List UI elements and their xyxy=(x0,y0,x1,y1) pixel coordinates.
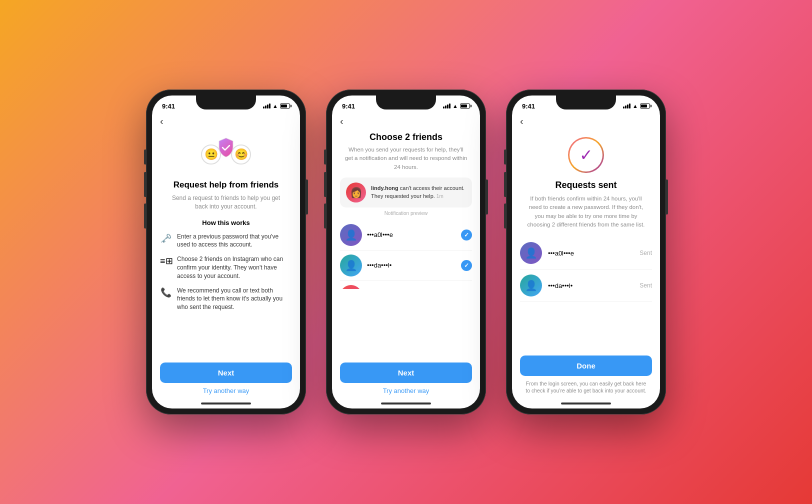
notification-preview-card: 👩 lindy.hong can't access their account.… xyxy=(340,178,472,208)
home-bar-2 xyxy=(381,402,431,404)
battery-icon xyxy=(280,104,290,108)
next-button-2[interactable]: Next xyxy=(340,362,472,383)
back-chevron-icon[interactable]: ‹ xyxy=(160,116,164,126)
screen2-title: Choose 2 friends xyxy=(340,132,472,142)
signal-icon-3 xyxy=(623,104,630,108)
wifi-icon-2: ▲ xyxy=(452,103,458,109)
sent-item-1: 👤 •••a0l•••e Sent xyxy=(520,237,652,270)
friend-item-3[interactable]: 👤 •••als• xyxy=(340,281,472,290)
phone-3-screen: 9:41 ▲ ‹ ✓ xyxy=(512,96,660,408)
notification-preview-label: Notification preview xyxy=(340,210,472,216)
phone-2: 9:41 ▲ ‹ Choose 2 friends When you send … xyxy=(326,90,486,414)
sent-avatar-person-1: 👤 xyxy=(520,242,542,264)
status-icons-3: ▲ xyxy=(623,103,650,109)
step-3: 📞 We recommend you call or text both fri… xyxy=(160,286,292,312)
friend-avatar-2: 👤 xyxy=(340,254,362,276)
next-button[interactable]: Next xyxy=(160,362,292,383)
screen3-subtitle: If both friends confirm within 24 hours,… xyxy=(520,194,652,229)
notif-username: lindy.hong xyxy=(371,185,398,191)
check-ring: ✓ xyxy=(568,137,604,173)
step-2: ≡⊞ Choose 2 friends on Instagram who can… xyxy=(160,255,292,280)
phone-1-screen: 9:41 ▲ ‹ xyxy=(152,96,300,408)
back-button-3[interactable]: ‹ xyxy=(512,114,660,127)
btn-area-3: Done xyxy=(520,352,652,376)
avatar-person-2: 👤 xyxy=(340,254,362,276)
sent-item-2: 👤 •••da•••l• Sent xyxy=(520,270,652,302)
screen3-content: ✓ Requests sent If both friends confirm … xyxy=(512,127,660,398)
back-button[interactable]: ‹ xyxy=(152,114,300,127)
friends-icon: ≡⊞ xyxy=(160,256,172,266)
screen2-subtitle: When you send your requests for help, th… xyxy=(340,146,472,172)
screen1-subtitle: Send a request to friends to help you ge… xyxy=(160,194,292,211)
try-another-way-link-2[interactable]: Try another way xyxy=(340,383,472,398)
battery-icon-3 xyxy=(640,104,650,108)
how-this-works-title: How this works xyxy=(160,219,292,226)
sent-friends-list: 👤 •••a0l•••e Sent 👤 •••da•••l• Sent xyxy=(520,237,652,302)
friend-item-2[interactable]: 👤 •••da•••l• xyxy=(340,250,472,281)
phone-1-shell: 9:41 ▲ ‹ xyxy=(146,90,306,414)
home-bar-3 xyxy=(561,402,611,404)
home-indicator-2 xyxy=(332,398,480,408)
notif-avatar-person: 👩 xyxy=(346,182,366,202)
checkmark-icon: ✓ xyxy=(580,146,593,164)
try-another-way-link[interactable]: Try another way xyxy=(160,383,292,398)
sent-status-1: Sent xyxy=(640,250,652,256)
wifi-icon: ▲ xyxy=(272,103,278,109)
notch xyxy=(196,96,256,110)
step-2-text: Choose 2 friends on Instagram who can co… xyxy=(177,255,292,280)
shield-faces-graphic: 😐 😊 xyxy=(201,137,251,172)
sent-avatar-1: 👤 xyxy=(520,242,542,264)
signal-icon-2 xyxy=(443,104,450,108)
sent-name-2: •••da•••l• xyxy=(548,282,634,290)
notif-time: 1m xyxy=(436,194,444,199)
success-icon: ✓ xyxy=(520,137,652,173)
btn-area-1: Next Try another way xyxy=(160,358,292,398)
avatar-person-1: 👤 xyxy=(340,224,362,246)
friend-name-1: •••a0l•••e xyxy=(367,231,456,238)
hero-illustration: 😐 😊 xyxy=(160,137,292,172)
step-3-text: We recommend you call or text both frien… xyxy=(177,286,292,312)
friend-item-1[interactable]: 👤 •••a0l•••e xyxy=(340,220,472,250)
friend-avatar-1: 👤 xyxy=(340,224,362,246)
btn-area-2: Next Try another way xyxy=(340,358,472,398)
phone-2-screen: 9:41 ▲ ‹ Choose 2 friends When you send … xyxy=(332,96,480,408)
phone-3-shell: 9:41 ▲ ‹ ✓ xyxy=(506,90,666,414)
check-2[interactable] xyxy=(461,260,472,271)
bottom-note: From the login screen, you can easily ge… xyxy=(520,376,652,398)
status-icons: ▲ xyxy=(263,103,290,109)
shield-icon xyxy=(217,137,235,158)
check-1[interactable] xyxy=(461,230,472,240)
friend-avatar-3: 👤 xyxy=(340,285,362,290)
phone-2-shell: 9:41 ▲ ‹ Choose 2 friends When you send … xyxy=(326,90,486,414)
avatar-person-3: 👤 xyxy=(340,285,362,290)
sent-avatar-person-2: 👤 xyxy=(520,274,542,296)
status-time: 9:41 xyxy=(162,102,175,110)
home-indicator-3 xyxy=(512,398,660,408)
home-indicator xyxy=(152,398,300,408)
signal-icon xyxy=(263,104,270,108)
done-button[interactable]: Done xyxy=(520,356,652,376)
step-1: 🗝️ Enter a previous password that you've… xyxy=(160,232,292,250)
status-time-2: 9:41 xyxy=(342,102,355,110)
screen1-content: 😐 😊 xyxy=(152,127,300,398)
sent-avatar-2: 👤 xyxy=(520,274,542,296)
status-time-3: 9:41 xyxy=(522,102,535,110)
back-chevron-icon-3[interactable]: ‹ xyxy=(520,116,524,126)
phone-1: 9:41 ▲ ‹ xyxy=(146,90,306,414)
screen1-title: Request help from friends xyxy=(160,180,292,190)
back-chevron-icon-2[interactable]: ‹ xyxy=(340,116,344,126)
sent-name-1: •••a0l•••e xyxy=(548,250,634,257)
notif-text: lindy.hong can't access their account. T… xyxy=(371,184,466,200)
notif-avatar: 👩 xyxy=(346,182,366,202)
back-button-2[interactable]: ‹ xyxy=(332,114,480,127)
screen3-title: Requests sent xyxy=(520,180,652,190)
notif-content: lindy.hong can't access their account. T… xyxy=(371,184,466,200)
wifi-icon-3: ▲ xyxy=(632,103,638,109)
sent-status-2: Sent xyxy=(640,282,652,289)
key-icon: 🗝️ xyxy=(160,233,172,244)
screen2-content: Choose 2 friends When you send your requ… xyxy=(332,127,480,398)
notch-2 xyxy=(376,96,436,110)
battery-icon-2 xyxy=(460,104,470,108)
status-icons-2: ▲ xyxy=(443,103,470,109)
notch-3 xyxy=(556,96,616,110)
